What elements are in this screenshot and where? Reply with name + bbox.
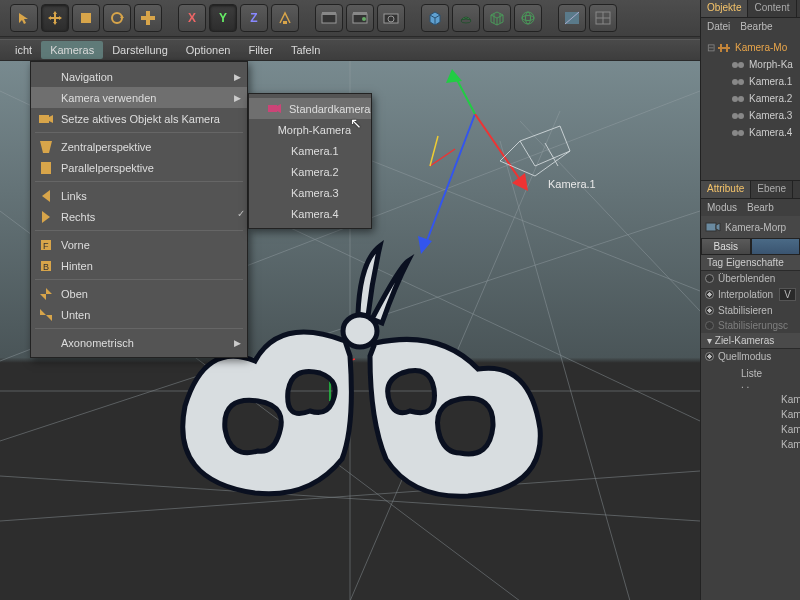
svg-point-7	[362, 17, 366, 21]
tab-attribute[interactable]: Attribute	[701, 181, 751, 198]
tab-layer[interactable]: Ebene	[751, 181, 793, 198]
attribute-panel: Attribute Ebene Modus Bearb Kamera-Morp …	[701, 180, 800, 600]
object-tree[interactable]: ⊟ Kamera-Mo Morph-Ka Kamera.1 Kamera.2 K…	[701, 35, 800, 145]
svg-line-30	[475, 114, 523, 184]
tool-rotate[interactable]	[103, 4, 131, 32]
menuitem-zentralperspektive[interactable]: Zentralperspektive	[31, 136, 247, 157]
tree-item[interactable]: ⊟ Kamera-Mo	[703, 39, 798, 56]
menuitem-vorne[interactable]: FVorne	[31, 234, 247, 255]
menuitem-navigation[interactable]: Navigation▶	[31, 66, 247, 87]
tool-move[interactable]	[41, 4, 69, 32]
axis-y-button[interactable]: Y	[209, 4, 237, 32]
prop-stabilisieren[interactable]: Stabilisieren	[701, 303, 800, 318]
display-shaded[interactable]	[558, 4, 586, 32]
menu-filter[interactable]: Filter	[239, 41, 281, 59]
menuitem-hinten[interactable]: BHinten	[31, 255, 247, 276]
display-wire[interactable]	[589, 4, 617, 32]
list-item[interactable]: Kame	[701, 437, 800, 452]
tool-render3[interactable]	[377, 4, 405, 32]
menuitem-kamera-verwenden[interactable]: Kamera verwenden▶	[31, 87, 247, 108]
svg-rect-53	[706, 223, 716, 231]
submenuitem-kamera-1[interactable]: Kamera.1	[249, 140, 371, 161]
viewport-menubar: ichtKamerasDarstellungOptionenFilterTafe…	[0, 39, 700, 61]
tool-render2[interactable]	[346, 4, 374, 32]
svg-rect-2	[283, 21, 287, 24]
axis-z-button[interactable]: Z	[240, 4, 268, 32]
tool-render1[interactable]	[315, 4, 343, 32]
svg-point-46	[738, 79, 744, 85]
prim-wiresphere[interactable]	[514, 4, 542, 32]
submenuitem-kamera-2[interactable]: Kamera.2	[249, 161, 371, 182]
submenuitem-standardkamera[interactable]: Standardkamera	[249, 98, 371, 119]
menu-darstellung[interactable]: Darstellung	[103, 41, 177, 59]
svg-rect-3	[322, 14, 336, 23]
menuitem-parallelperspektive[interactable]: Parallelperspektive	[31, 157, 247, 178]
tree-item[interactable]: Kamera.4	[703, 124, 798, 141]
menu-kameras[interactable]: Kameras	[41, 41, 103, 59]
svg-point-12	[522, 16, 534, 21]
list-item[interactable]: Kame	[701, 422, 800, 437]
tool-cursor[interactable]	[10, 4, 38, 32]
kameras-menu[interactable]: Navigation▶Kamera verwenden▶Setze aktive…	[30, 61, 248, 358]
tree-item[interactable]: Kamera.2	[703, 90, 798, 107]
svg-point-44	[738, 62, 744, 68]
svg-rect-0	[81, 13, 91, 23]
submenuitem-morph-kamera[interactable]: Morph-Kamera	[249, 119, 371, 140]
svg-text:F: F	[43, 241, 49, 251]
prim-lattice[interactable]	[483, 4, 511, 32]
submenuitem-kamera-4[interactable]: ✓Kamera.4	[249, 203, 371, 224]
tree-item[interactable]: Kamera.3	[703, 107, 798, 124]
btn-tag[interactable]	[751, 238, 801, 255]
svg-point-47	[732, 96, 738, 102]
subbar-mode[interactable]: Modus	[707, 202, 737, 213]
attr-title: Kamera-Morp	[725, 222, 786, 233]
svg-point-49	[732, 113, 738, 119]
svg-rect-41	[720, 44, 722, 52]
menuitem-unten[interactable]: Unten	[31, 304, 247, 325]
menuitem-rechts[interactable]: Rechts	[31, 206, 247, 227]
prop-interpolation[interactable]: InterpolationV	[701, 286, 800, 303]
tab-content[interactable]: Content	[748, 0, 796, 17]
menuitem-oben[interactable]: Oben	[31, 283, 247, 304]
svg-rect-55	[41, 162, 51, 174]
tool-scale[interactable]	[72, 4, 100, 32]
svg-rect-6	[353, 12, 367, 15]
list-item[interactable]: Kame	[701, 407, 800, 422]
menu-optionen[interactable]: Optionen	[177, 41, 240, 59]
menuitem-axonometrisch[interactable]: Axonometrisch▶	[31, 332, 247, 353]
tab-objects[interactable]: Objekte	[701, 0, 748, 17]
tree-item[interactable]: Kamera.1	[703, 73, 798, 90]
axis-x-button[interactable]: X	[178, 4, 206, 32]
svg-rect-60	[268, 105, 277, 112]
svg-rect-42	[726, 44, 728, 52]
svg-point-43	[732, 62, 738, 68]
prop-quellmodus[interactable]: Quellmodus	[701, 349, 800, 364]
list-label: Liste . .	[701, 364, 800, 392]
tool-coord[interactable]	[271, 4, 299, 32]
list-item[interactable]: Kame	[701, 392, 800, 407]
svg-point-51	[732, 130, 738, 136]
kamera-verwenden-submenu[interactable]: StandardkameraMorph-KameraKamera.1Kamera…	[248, 93, 372, 229]
prop-überblenden[interactable]: Überblenden	[701, 271, 800, 286]
prim-cube[interactable]	[421, 4, 449, 32]
camera-icon	[705, 220, 721, 234]
menuitem-links[interactable]: Links	[31, 185, 247, 206]
menuitem-setze-aktives-objekt-als-kamera[interactable]: Setze aktives Objekt als Kamera	[31, 108, 247, 129]
subbar-file[interactable]: Datei	[707, 21, 730, 32]
objects-tabrow: Objekte Content	[701, 0, 800, 18]
prim-torus[interactable]	[452, 4, 480, 32]
subbar-edit2[interactable]: Bearb	[747, 202, 774, 213]
section-targetcams[interactable]: ▾ Ziel-Kameras	[701, 333, 800, 349]
menu-tafeln[interactable]: Tafeln	[282, 41, 329, 59]
submenuitem-kamera-3[interactable]: Kamera.3	[249, 182, 371, 203]
tool-cross[interactable]	[134, 4, 162, 32]
main-toolbar: X Y Z	[0, 0, 800, 37]
svg-line-32	[455, 76, 475, 114]
tree-item[interactable]: Morph-Ka	[703, 56, 798, 73]
subbar-edit[interactable]: Bearbe	[740, 21, 772, 32]
svg-line-28	[425, 114, 475, 246]
objects-subbar: Datei Bearbe	[701, 18, 800, 35]
prop-stabilisierungsc[interactable]: Stabilisierungsc	[701, 318, 800, 333]
menu-icht[interactable]: icht	[6, 41, 41, 59]
btn-basis[interactable]: Basis	[701, 238, 751, 255]
